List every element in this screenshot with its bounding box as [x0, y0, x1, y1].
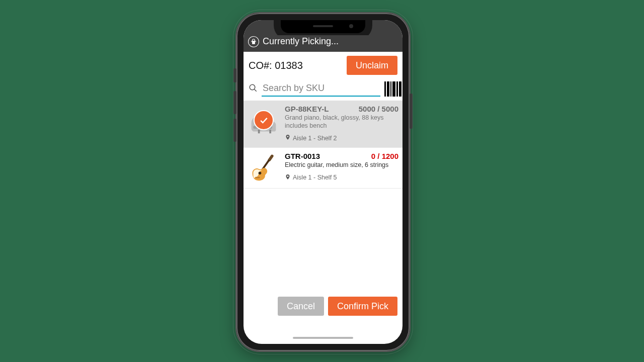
order-row: CO#: 01383 Unclaim — [244, 52, 403, 78]
app-logo-icon — [249, 37, 259, 47]
pick-list: GP-88KEY-L 5000 / 5000 Grand piano, blac… — [244, 101, 403, 189]
home-indicator — [293, 337, 353, 339]
phone-screen: Currently Picking... CO#: 01383 Unclaim — [244, 20, 403, 344]
pin-icon — [285, 173, 291, 182]
svg-point-5 — [259, 172, 262, 175]
volume-up-button — [233, 91, 236, 114]
svg-rect-1 — [258, 130, 260, 134]
item-sku: GTR-0013 — [285, 152, 320, 160]
unclaim-button[interactable]: Unclaim — [347, 56, 397, 75]
list-item[interactable]: GP-88KEY-L 5000 / 5000 Grand piano, blac… — [244, 101, 403, 148]
item-description: Grand piano, black, glossy, 88 keys incl… — [285, 114, 398, 130]
confirm-pick-button[interactable]: Confirm Pick — [328, 297, 397, 316]
item-description: Electric guitar, medium size, 6 strings — [285, 161, 398, 169]
screen-title: Currently Picking... — [263, 36, 339, 47]
phone-frame: Currently Picking... CO#: 01383 Unclaim — [235, 12, 411, 352]
guitar-icon — [248, 152, 279, 183]
pin-icon — [285, 134, 291, 142]
search-icon — [249, 83, 258, 95]
item-qty: 5000 / 5000 — [359, 105, 398, 113]
footer-actions: Cancel Confirm Pick — [278, 297, 397, 316]
search-row — [244, 78, 403, 101]
order-number: CO#: 01383 — [249, 60, 303, 71]
item-location: Aisle 1 - Shelf 2 — [285, 134, 398, 142]
item-sku: GP-88KEY-L — [285, 105, 329, 113]
item-thumbnail — [248, 152, 280, 183]
device-notch — [281, 20, 365, 33]
mute-switch — [233, 68, 236, 82]
app-header: Currently Picking... — [244, 35, 403, 52]
item-location: Aisle 1 - Shelf 5 — [285, 173, 398, 182]
item-info: GP-88KEY-L 5000 / 5000 Grand piano, blac… — [285, 105, 398, 142]
barcode-scan-icon[interactable] — [384, 81, 403, 97]
item-thumbnail — [248, 105, 280, 136]
checkmark-icon — [254, 110, 274, 130]
svg-rect-2 — [269, 130, 271, 134]
power-button — [410, 94, 413, 129]
item-info: GTR-0013 0 / 1200 Electric guitar, mediu… — [285, 152, 398, 183]
sku-search-input[interactable] — [262, 81, 380, 97]
list-item[interactable]: GTR-0013 0 / 1200 Electric guitar, mediu… — [244, 148, 403, 189]
item-qty: 0 / 1200 — [371, 152, 398, 160]
cancel-button[interactable]: Cancel — [278, 297, 324, 316]
svg-rect-6 — [255, 177, 260, 178]
volume-down-button — [233, 119, 236, 142]
